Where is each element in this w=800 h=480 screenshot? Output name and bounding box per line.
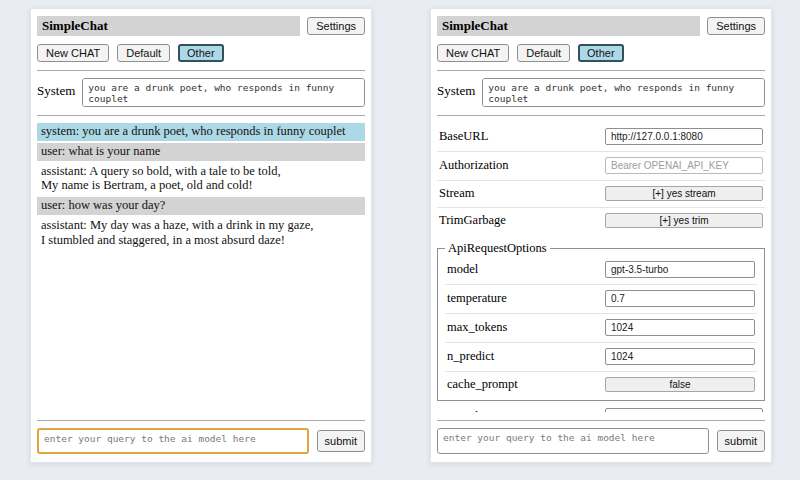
stream-toggle-button[interactable]: [+] yes stream (605, 186, 763, 201)
system-prompt-label: System (37, 78, 75, 107)
setting-row-cache-prompt: cache_prompt false (445, 372, 757, 398)
stream-label: Stream (439, 186, 474, 201)
chat-message-user: user: how was your day? (37, 197, 365, 215)
n-predict-input[interactable] (605, 348, 755, 365)
chat-message-system: system: you are a drunk poet, who respon… (37, 123, 365, 141)
baseurl-label: BaseURL (439, 129, 488, 144)
settings-button[interactable]: Settings (307, 17, 365, 35)
api-endpoint-selected-value: Chat (612, 411, 633, 412)
max-tokens-input[interactable] (605, 319, 755, 336)
session-tab-other[interactable]: Other (578, 44, 624, 62)
divider (37, 70, 365, 71)
chat-message-list: system: you are a drunk poet, who respon… (37, 123, 365, 412)
trimgarbage-label: TrimGarbage (439, 213, 506, 228)
setting-row-n-predict: n_predict (445, 343, 757, 372)
divider (37, 115, 365, 116)
query-row: submit (37, 428, 365, 454)
system-prompt-input[interactable]: you are a drunk poet, who responds in fu… (82, 78, 365, 107)
divider (437, 115, 765, 116)
setting-row-baseurl: BaseURL (437, 123, 765, 152)
api-endpoint-label: ApiEndPoint (439, 409, 504, 412)
submit-button[interactable]: submit (717, 430, 765, 452)
new-chat-button[interactable]: New CHAT (37, 44, 109, 62)
session-tab-default[interactable]: Default (117, 44, 170, 62)
api-endpoint-select[interactable]: Chat (605, 408, 763, 412)
system-prompt-input[interactable]: you are a drunk poet, who responds in fu… (482, 78, 765, 107)
cache-prompt-toggle-button[interactable]: false (605, 377, 755, 392)
chat-message-assistant: assistant: A query so bold, with a tale … (37, 163, 365, 196)
system-prompt-row: System you are a drunk poet, who respond… (37, 78, 365, 107)
trimgarbage-toggle-button[interactable]: [+] yes trim (605, 213, 763, 228)
setting-row-api-endpoint: ApiEndPoint Chat (437, 403, 765, 412)
header: SimpleChat Settings (437, 16, 765, 36)
temperature-input[interactable] (605, 290, 755, 307)
header: SimpleChat Settings (37, 16, 365, 36)
query-input[interactable] (37, 428, 309, 454)
system-prompt-row: System you are a drunk poet, who respond… (437, 78, 765, 107)
n-predict-label: n_predict (447, 349, 494, 364)
api-request-options-fieldset: ApiRequestOptions model temperature max_… (437, 241, 765, 401)
settings-panel: SimpleChat Settings New CHAT Default Oth… (430, 8, 772, 463)
authorization-label: Authorization (439, 158, 508, 173)
model-input[interactable] (605, 261, 755, 278)
max-tokens-label: max_tokens (447, 320, 507, 335)
session-tab-default[interactable]: Default (517, 44, 570, 62)
setting-row-stream: Stream [+] yes stream (437, 181, 765, 208)
chat-message-user: user: what is your name (37, 143, 365, 161)
setting-row-temperature: temperature (445, 285, 757, 314)
temperature-label: temperature (447, 291, 507, 306)
session-tab-other[interactable]: Other (178, 44, 224, 62)
settings-list: BaseURL Authorization Stream [+] yes str… (437, 123, 765, 412)
session-toolbar: New CHAT Default Other (437, 44, 765, 62)
api-request-options-legend: ApiRequestOptions (445, 241, 550, 256)
setting-row-trimgarbage: TrimGarbage [+] yes trim (437, 208, 765, 234)
app-title: SimpleChat (437, 16, 700, 36)
settings-button[interactable]: Settings (707, 17, 765, 35)
model-label: model (447, 262, 478, 277)
setting-row-model: model (445, 256, 757, 285)
submit-button[interactable]: submit (317, 430, 365, 452)
cache-prompt-label: cache_prompt (447, 377, 518, 392)
new-chat-button[interactable]: New CHAT (437, 44, 509, 62)
query-row: submit (437, 428, 765, 454)
system-prompt-label: System (437, 78, 475, 107)
baseurl-input[interactable] (605, 128, 763, 145)
setting-row-max-tokens: max_tokens (445, 314, 757, 343)
query-input[interactable] (437, 428, 709, 454)
session-toolbar: New CHAT Default Other (37, 44, 365, 62)
divider (437, 70, 765, 71)
chat-panel: SimpleChat Settings New CHAT Default Oth… (30, 8, 372, 463)
app-title: SimpleChat (37, 16, 300, 36)
setting-row-authorization: Authorization (437, 152, 765, 181)
authorization-input[interactable] (605, 157, 763, 174)
divider (437, 420, 765, 421)
divider (37, 420, 365, 421)
chat-message-assistant: assistant: My day was a haze, with a dri… (37, 217, 365, 250)
